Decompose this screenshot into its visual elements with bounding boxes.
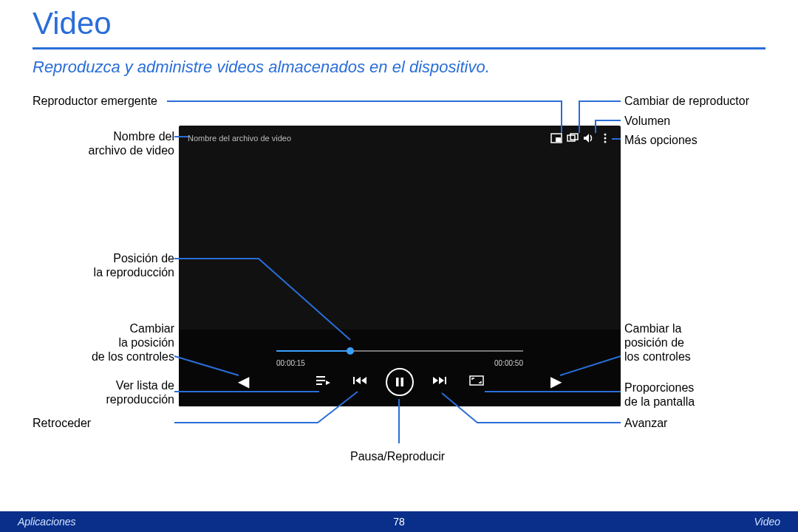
svg-point-5	[604, 134, 607, 136]
aspect-ratio-icon[interactable]	[466, 375, 488, 389]
callout-playlist: Ver lista de reproducción	[33, 378, 174, 406]
move-controls-right-button[interactable]: ▶	[550, 372, 562, 390]
popup-player-icon[interactable]	[548, 133, 565, 143]
callout-filename: Nombre del archivo de video	[33, 129, 174, 157]
svg-rect-3	[570, 134, 578, 140]
seek-bar[interactable]: 00:00:15 00:00:50	[276, 340, 523, 362]
svg-rect-20	[470, 376, 483, 385]
svg-marker-18	[439, 377, 444, 384]
svg-point-6	[604, 137, 607, 140]
footer-page-number: 78	[393, 516, 405, 528]
svg-marker-14	[361, 377, 366, 384]
play-pause-button[interactable]	[386, 368, 414, 396]
player-controls-bar: 00:00:15 00:00:50 ◀ ▶	[179, 330, 621, 406]
title-rule	[33, 47, 765, 50]
time-elapsed: 00:00:15	[276, 359, 305, 367]
svg-rect-12	[353, 377, 355, 384]
callout-move-controls-left: Cambiar la posición de los controles	[33, 321, 174, 364]
svg-rect-15	[396, 378, 399, 386]
svg-point-7	[604, 141, 607, 143]
time-total: 00:00:50	[494, 359, 523, 367]
callout-move-controls-right: Cambiar la posición de los controles	[624, 321, 691, 364]
callout-change-player: Cambiar de reproductor	[624, 94, 749, 108]
more-options-icon[interactable]	[597, 133, 613, 143]
volume-icon[interactable]	[581, 133, 597, 143]
callout-aspect-ratio: Proporciones de la pantalla	[624, 381, 695, 409]
svg-rect-16	[401, 378, 404, 386]
page-title: Video	[33, 6, 112, 41]
footer-section: Aplicaciones	[18, 516, 76, 528]
callout-popup-player: Reproductor emergente	[33, 94, 167, 108]
video-player-mock: Nombre del archivo de video 00:00:15 00:…	[179, 126, 621, 406]
transport-controls	[312, 368, 488, 396]
seek-knob[interactable]	[347, 347, 354, 355]
player-top-bar: Nombre del archivo de video	[188, 133, 613, 143]
svg-marker-13	[355, 377, 361, 384]
callout-more-options: Más opciones	[624, 133, 698, 147]
forward-icon[interactable]	[429, 375, 451, 389]
svg-marker-11	[326, 381, 330, 385]
playlist-icon[interactable]	[312, 375, 334, 389]
svg-marker-4	[584, 134, 589, 143]
rewind-icon[interactable]	[349, 375, 371, 389]
callout-playback-position: Posición de la reproducción	[33, 251, 174, 279]
move-controls-left-button[interactable]: ◀	[238, 372, 249, 390]
callout-play-pause: Pausa/Reproducir	[350, 449, 445, 463]
svg-rect-1	[556, 137, 561, 142]
footer-topic: Video	[754, 516, 780, 528]
page-footer: Aplicaciones 78 Video	[0, 511, 798, 532]
change-player-icon[interactable]	[565, 133, 581, 143]
callout-forward: Avanzar	[624, 416, 667, 430]
svg-marker-17	[433, 377, 438, 384]
svg-rect-2	[567, 135, 575, 141]
seek-fill	[276, 350, 350, 352]
svg-rect-19	[445, 377, 446, 384]
callout-volume: Volumen	[624, 114, 670, 128]
page-subtitle: Reproduzca y administre videos almacenad…	[33, 58, 490, 77]
video-filename-label: Nombre del archivo de video	[188, 134, 548, 143]
callout-rewind: Retroceder	[33, 416, 174, 430]
